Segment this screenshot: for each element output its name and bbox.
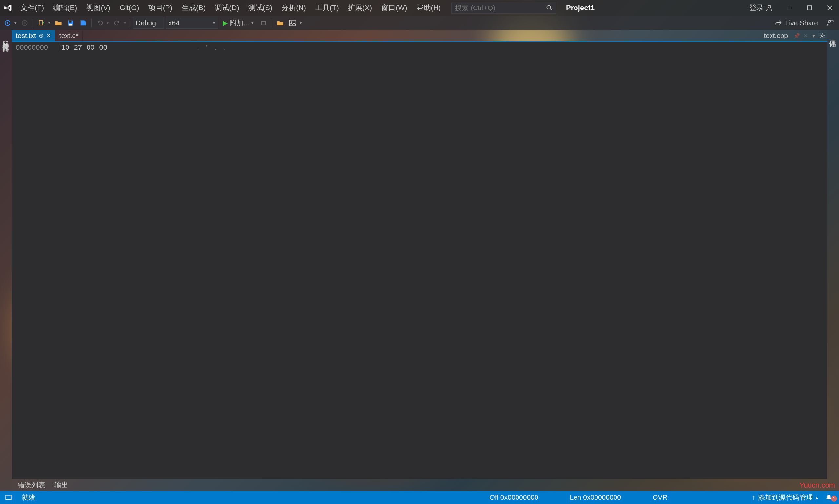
config-combo[interactable]: Debug▾ <box>133 17 164 29</box>
side-tab-right[interactable]: 属性 <box>827 30 839 491</box>
login-button[interactable]: 登录 <box>744 0 778 16</box>
search-icon[interactable] <box>546 4 553 11</box>
status-mode: OVR <box>637 493 683 501</box>
new-item-button[interactable]: ▾ <box>36 17 51 29</box>
menu-view[interactable]: 视图(V) <box>82 0 115 16</box>
svg-point-15 <box>828 20 831 23</box>
folder-icon <box>277 19 284 26</box>
properties-tab[interactable]: 属性 <box>829 32 838 39</box>
hex-byte[interactable]: 00 <box>87 43 94 52</box>
menu-window[interactable]: 窗口(W) <box>377 0 412 16</box>
maximize-button[interactable] <box>800 0 819 16</box>
attach-debug-button[interactable]: ▶ 附加... ▾ <box>219 17 257 29</box>
nav-back-icon <box>4 20 11 26</box>
menu-extensions[interactable]: 扩展(X) <box>344 0 377 16</box>
live-share-label: Live Share <box>785 19 818 27</box>
vs-logo-icon <box>0 0 16 16</box>
new-file-icon <box>38 20 45 26</box>
svg-rect-11 <box>69 24 72 25</box>
open-file-button[interactable] <box>53 17 64 29</box>
status-output-button[interactable] <box>3 494 14 501</box>
svg-rect-13 <box>290 20 296 26</box>
search-box[interactable] <box>451 2 556 14</box>
chevron-up-icon: ▴ <box>816 495 818 500</box>
tab-settings-button[interactable] <box>819 32 826 39</box>
menu-build[interactable]: 生成(B) <box>177 0 210 16</box>
toolbar-separator <box>91 19 92 27</box>
redo-button[interactable]: ▾ <box>111 17 127 29</box>
menu-help[interactable]: 帮助(H) <box>412 0 446 16</box>
status-ready: 就绪 <box>19 493 38 502</box>
save-all-icon <box>80 19 87 26</box>
nav-forward-button[interactable] <box>19 17 30 29</box>
document-tabs: test.txt ⊕ ✕ text.c* text.cpp 📌 ✕ ▾ <box>12 30 827 42</box>
debug-target-button[interactable] <box>258 17 269 29</box>
side-tab-left[interactable]: 服务器资源管理器 <box>0 30 12 491</box>
tab-close-icon[interactable]: ✕ <box>46 32 51 39</box>
menu-file[interactable]: 文件(F) <box>16 0 49 16</box>
nav-back-button[interactable]: ▾ <box>2 17 18 29</box>
hex-ascii: . ' . . <box>197 43 229 52</box>
source-control-label: 添加到源代码管理 <box>758 493 813 502</box>
hex-byte[interactable]: 10 <box>60 43 69 52</box>
search-input[interactable] <box>455 4 546 12</box>
upload-icon: ↑ <box>752 493 756 501</box>
svg-point-0 <box>547 5 550 9</box>
error-list-tab[interactable]: 错误列表 <box>13 480 50 490</box>
person-icon <box>766 4 773 12</box>
svg-line-1 <box>550 9 552 11</box>
output-tab[interactable]: 输出 <box>50 480 73 490</box>
debug-target-icon <box>261 20 266 26</box>
output-icon <box>5 494 12 501</box>
menu-analyze[interactable]: 分析(N) <box>277 0 311 16</box>
svg-rect-12 <box>261 22 266 25</box>
tab-pin-button[interactable]: 📌 <box>793 32 800 39</box>
menu-project[interactable]: 项目(P) <box>144 0 177 16</box>
svg-point-2 <box>768 5 770 8</box>
live-share-button[interactable]: Live Share <box>770 19 823 27</box>
hex-byte[interactable]: 00 <box>99 43 107 52</box>
notification-count: 1 <box>831 496 837 502</box>
attach-label: 附加... <box>230 18 249 28</box>
menu-tools[interactable]: 工具(T) <box>311 0 344 16</box>
tab-test-txt[interactable]: test.txt ⊕ ✕ <box>12 30 55 41</box>
platform-combo[interactable]: x64▾ <box>165 17 218 29</box>
status-offset: Off 0x00000000 <box>474 493 554 501</box>
menu-git[interactable]: Git(G) <box>115 0 144 16</box>
svg-rect-4 <box>807 5 812 10</box>
feedback-button[interactable] <box>825 17 836 29</box>
main-menu: 文件(F) 编辑(E) 视图(V) Git(G) 项目(P) 生成(B) 调试(… <box>16 0 445 16</box>
image-button[interactable]: ▾ <box>287 17 303 29</box>
close-button[interactable] <box>821 0 839 16</box>
live-share-icon <box>775 19 782 26</box>
document-tabs-right: text.cpp 📌 ✕ ▾ <box>760 30 827 41</box>
person-feedback-icon <box>826 19 834 26</box>
tab-dropdown-button[interactable]: ▾ <box>810 32 817 39</box>
save-all-button[interactable] <box>78 17 89 29</box>
server-explorer-tab[interactable]: 服务器资源管理器 <box>2 32 11 45</box>
minimize-button[interactable] <box>780 0 798 16</box>
hex-bytes[interactable]: 10 27 00 00 <box>60 43 107 52</box>
hex-byte[interactable]: 27 <box>74 43 82 52</box>
platform-value: x64 <box>169 19 180 27</box>
source-control-button[interactable]: ↑ 添加到源代码管理 ▴ <box>749 493 822 502</box>
save-icon <box>68 20 74 26</box>
gear-icon <box>819 33 825 39</box>
hex-row: 00000000 10 27 00 00 . ' . . <box>12 42 827 53</box>
folder-button[interactable] <box>275 17 286 29</box>
toolbar-separator <box>33 19 33 27</box>
menu-debug[interactable]: 调试(D) <box>210 0 244 16</box>
save-button[interactable] <box>65 17 76 29</box>
tab-text-c[interactable]: text.c* <box>55 30 83 41</box>
hex-editor[interactable]: 00000000 10 27 00 00 . ' . . <box>12 42 827 479</box>
pin-icon[interactable]: ⊕ <box>39 32 43 39</box>
notifications-button[interactable]: 1 <box>821 494 836 501</box>
menu-test[interactable]: 测试(S) <box>244 0 277 16</box>
watermark: Yuucn.com <box>799 481 835 490</box>
tab-text-cpp[interactable]: text.cpp <box>760 30 792 41</box>
undo-button[interactable]: ▾ <box>94 17 110 29</box>
status-bar: 就绪 Off 0x00000000 Len 0x00000000 OVR ↑ 添… <box>0 491 839 504</box>
svg-rect-18 <box>5 496 12 500</box>
menu-edit[interactable]: 编辑(E) <box>49 0 82 16</box>
tab-close-button[interactable]: ✕ <box>802 32 809 39</box>
